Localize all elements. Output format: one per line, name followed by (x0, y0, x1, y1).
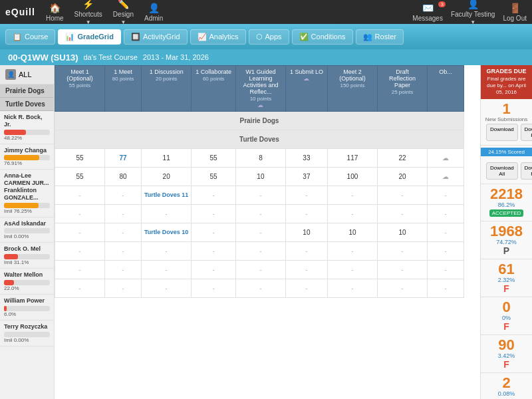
tab-gradegrid[interactable]: 📊 GradeGrid (58, 29, 120, 45)
student-item[interactable]: Terry Rozyczka Imil 0.00% (0, 321, 54, 346)
grid-cell[interactable]: - (192, 279, 236, 298)
grid-cell[interactable]: 55 (192, 149, 236, 168)
grid-cell[interactable]: 22 (377, 149, 427, 168)
grid-cell[interactable]: 55 (55, 149, 105, 168)
grid-cell[interactable]: - (105, 242, 142, 261)
messages-icon: ✉️ (422, 3, 434, 13)
grid-cell[interactable]: - (105, 279, 142, 298)
grid-cell[interactable]: - (285, 186, 327, 205)
grid-cell[interactable]: - (327, 261, 377, 279)
grid-cell[interactable]: - (192, 242, 236, 261)
grid-cell[interactable]: - (327, 242, 377, 261)
nav-home[interactable]: 🏠 Home (46, 3, 64, 22)
grid-cell[interactable]: - (285, 205, 327, 223)
grid-cell[interactable]: - (142, 279, 192, 298)
grid-cell[interactable]: - (192, 205, 236, 223)
grid-cell[interactable]: - (235, 186, 285, 205)
grid-cell[interactable]: - (142, 205, 192, 223)
student-item[interactable]: Jimmy Changa 76.91% (0, 144, 54, 170)
grid-cell[interactable]: - (105, 223, 142, 242)
download-all-button[interactable]: Download All (486, 162, 518, 180)
grid-cell[interactable]: 100 (327, 168, 377, 186)
grid-cell[interactable]: - (285, 279, 327, 298)
grid-cell[interactable]: - (55, 242, 105, 261)
grid-cell[interactable]: - (55, 279, 105, 298)
nav-shortcuts[interactable]: ⚡ Shortcuts ▼ (74, 0, 102, 25)
logout-btn[interactable]: 🚪 Log Out (503, 3, 527, 22)
grid-cell[interactable]: - (327, 205, 377, 223)
grid-cell[interactable]: ☁ (427, 168, 464, 186)
grid-cell[interactable]: 117 (327, 149, 377, 168)
grid-cell[interactable]: - (377, 261, 427, 279)
grid-cell[interactable]: Turtle Doves 10 (142, 223, 192, 242)
grid-cell[interactable]: - (192, 261, 236, 279)
grid-cell[interactable]: - (235, 205, 285, 223)
grid-cell[interactable]: - (327, 186, 377, 205)
grid-cell[interactable]: - (55, 223, 105, 242)
student-item[interactable]: Anna-Lee CARMEN JUR... Franklinton GONZA… (0, 170, 54, 217)
grid-cell[interactable]: - (235, 242, 285, 261)
download-button[interactable]: Download (486, 124, 518, 141)
grid-cell[interactable]: - (377, 186, 427, 205)
grid-cell[interactable]: - (377, 279, 427, 298)
grid-cell[interactable]: ☁ (427, 149, 464, 168)
grid-cell[interactable]: - (427, 242, 464, 261)
grid-cell[interactable]: - (377, 205, 427, 223)
tab-roster[interactable]: 👥 Roster (356, 29, 404, 45)
grid-cell[interactable]: - (427, 186, 464, 205)
grid-cell[interactable]: - (427, 205, 464, 223)
grid-cell[interactable]: - (105, 205, 142, 223)
grid-cell[interactable]: - (427, 261, 464, 279)
nav-design[interactable]: ✏️ Design ▼ (113, 0, 134, 25)
tab-conditions[interactable]: ✅ Conditions (292, 29, 353, 45)
grid-cell[interactable]: 37 (285, 168, 327, 186)
nav-admin[interactable]: 👤 Admin (144, 3, 163, 22)
grid-cell[interactable]: 10 (377, 223, 427, 242)
student-item[interactable]: Brock O. Mel Imil 31.1% (0, 243, 54, 269)
grid-cell[interactable]: Turtle Doves 11 (142, 186, 192, 205)
grid-cell[interactable]: - (235, 223, 285, 242)
grid-cell[interactable]: 10 (327, 223, 377, 242)
grid-cell[interactable]: - (235, 279, 285, 298)
tab-course[interactable]: 📋 Course (5, 29, 55, 45)
grid-cell[interactable]: - (55, 205, 105, 223)
student-item[interactable]: William Power 6.0% (0, 295, 54, 321)
grid-cell[interactable]: - (105, 261, 142, 279)
faculty-testing-btn[interactable]: 👤 Faculty Testing ▼ (451, 0, 495, 25)
grid-cell[interactable]: 20 (377, 168, 427, 186)
grid-cell[interactable]: - (285, 261, 327, 279)
grid-cell[interactable]: - (235, 261, 285, 279)
grid-cell[interactable]: 11 (142, 149, 192, 168)
grid-cell[interactable]: - (142, 242, 192, 261)
grid-cell[interactable]: 55 (55, 168, 105, 186)
grid-cell[interactable]: - (192, 223, 236, 242)
grid-cell[interactable]: 10 (285, 223, 327, 242)
grid-cell[interactable]: - (285, 242, 327, 261)
grid-cell[interactable]: 10 (235, 168, 285, 186)
grid-cell[interactable]: - (377, 242, 427, 261)
grid-cell[interactable]: - (55, 186, 105, 205)
download-pdf-button[interactable]: Download PDF (521, 124, 532, 141)
grid-cell[interactable]: 80 (105, 168, 142, 186)
grid-cell[interactable]: 20 (142, 168, 192, 186)
all-button[interactable]: 👤 ALL (0, 65, 54, 84)
grid-cell[interactable]: 77 (105, 149, 142, 168)
grid-cell[interactable]: - (427, 279, 464, 298)
grid-cell[interactable]: - (105, 186, 142, 205)
grid-cell[interactable]: 55 (192, 168, 236, 186)
grid-cell[interactable]: - (327, 279, 377, 298)
student-item[interactable]: Walter Mellon 22.0% (0, 269, 54, 295)
grid-cell[interactable]: - (55, 261, 105, 279)
student-item[interactable]: AsAd Iskandar Imil 0.00% (0, 217, 54, 243)
tab-apps[interactable]: ⬡ Apps (249, 29, 289, 45)
grid-cell[interactable]: 33 (285, 149, 327, 168)
grid-cell[interactable]: - (192, 186, 236, 205)
student-item[interactable]: Nick R. Bock, Jr. 48.22% (0, 111, 54, 144)
grid-cell[interactable]: - (142, 261, 192, 279)
grid-cell[interactable]: - (427, 223, 464, 242)
messages-btn[interactable]: 3 ✉️ Messages (412, 3, 443, 22)
grid-cell[interactable]: 8 (235, 149, 285, 168)
tab-activitygrid[interactable]: 🔲 ActivityGrid (124, 29, 188, 45)
tab-analytics[interactable]: 📈 Analytics (190, 29, 246, 45)
download-pdf2-button[interactable]: Download PDF (521, 162, 532, 180)
